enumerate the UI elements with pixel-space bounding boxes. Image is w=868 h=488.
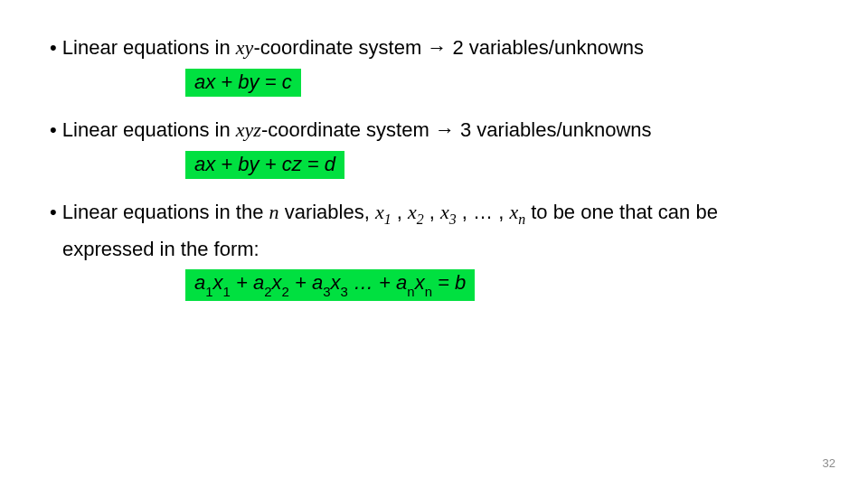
equation-xyz-wrap: ax + by + cz = d — [185, 151, 818, 179]
eq3-asn: n — [407, 284, 414, 299]
bn-c1: , — [392, 201, 408, 223]
eq3-xsn: n — [425, 284, 432, 299]
equation-n-wrap: a1x1 + a2x2 + a3x3 … + anxn = b — [185, 269, 818, 301]
bullet-n-mid: variables, — [279, 201, 375, 223]
equation-n: a1x1 + a2x2 + a3x3 … + anxn = b — [185, 269, 475, 301]
eq3-p1: + — [231, 271, 253, 294]
bn-x2: x — [408, 201, 417, 223]
eq3-as2: 2 — [264, 284, 271, 299]
bullet-xyz-var: xyz — [236, 118, 261, 141]
eq3-as3: 3 — [323, 284, 330, 299]
eq1-c: c — [282, 70, 292, 93]
slide: • Linear equations in xy-coordinate syst… — [0, 0, 868, 488]
eq3-as1: 1 — [205, 284, 212, 299]
eq3-dots: … — [348, 271, 379, 294]
bn-s2: 2 — [417, 211, 424, 227]
bullet-xyz-post: -coordinate system → 3 variables/unknown… — [261, 118, 652, 141]
bn-x1: x — [375, 201, 384, 223]
bullet-xyz-pre: • Linear equations in — [50, 118, 236, 141]
eq3-a1: a — [194, 271, 205, 294]
bullet-xy: • Linear equations in xy-coordinate syst… — [50, 34, 818, 61]
bullet-n-pre: • Linear equations in the — [50, 201, 269, 223]
eq3-xs1: 1 — [223, 284, 231, 299]
eq2-c: c — [282, 153, 292, 175]
bn-sn: n — [518, 211, 525, 227]
eq3-an: a — [396, 271, 407, 294]
eq1-y: y — [250, 70, 259, 93]
eq3-xn: x — [415, 271, 425, 294]
eq1-plus: + — [215, 70, 238, 93]
eq3-eq: = — [432, 271, 455, 294]
eq3-xs2: 2 — [282, 284, 289, 299]
bullet-n: • Linear equations in the n variables, x… — [50, 199, 818, 229]
eq3-a2: a — [253, 271, 264, 294]
bullet-n-n: n — [269, 201, 279, 223]
eq2-p2: + — [259, 153, 282, 175]
bn-s1: 1 — [384, 211, 392, 227]
eq2-x: x — [205, 153, 215, 175]
bullet-n-post1: to be one that can be — [525, 201, 718, 223]
bullet-n-line2: expressed in the form: — [50, 236, 818, 263]
page-number: 32 — [823, 456, 835, 470]
eq2-b: b — [238, 153, 249, 175]
eq3-p2: + — [289, 271, 312, 294]
eq1-eq: = — [259, 70, 282, 93]
eq3-xs3: 3 — [341, 284, 348, 299]
bn-dots: , … , — [457, 201, 510, 223]
eq3-a3: a — [312, 271, 323, 294]
bullet-xyz: • Linear equations in xyz-coordinate sys… — [50, 117, 818, 144]
eq1-x: x — [205, 70, 215, 93]
eq3-x2: x — [272, 271, 282, 294]
eq1-a: a — [194, 70, 205, 93]
bn-xn: x — [509, 201, 518, 223]
bullet-xy-pre: • Linear equations in — [50, 36, 236, 59]
bullet-xy-post: -coordinate system → 2 variables/unknown… — [253, 36, 644, 59]
eq3-b: b — [455, 271, 466, 294]
eq3-x1: x — [213, 271, 223, 294]
bullet-xy-var: xy — [236, 36, 254, 59]
eq3-p3: + — [379, 271, 396, 294]
eq2-a: a — [194, 153, 205, 175]
bn-c2: , — [424, 201, 440, 223]
eq2-d: d — [325, 153, 335, 175]
eq2-eq: = — [302, 153, 325, 175]
bn-s3: 3 — [449, 211, 457, 227]
eq1-b: b — [238, 70, 249, 93]
eq2-y: y — [250, 153, 259, 175]
equation-xy-wrap: ax + by = c — [185, 69, 818, 97]
equation-xy: ax + by = c — [185, 69, 301, 97]
eq2-z: z — [292, 153, 302, 175]
bn-x3: x — [440, 201, 449, 223]
eq2-p1: + — [215, 153, 238, 175]
eq3-x3: x — [331, 271, 341, 294]
equation-xyz: ax + by + cz = d — [185, 151, 344, 179]
